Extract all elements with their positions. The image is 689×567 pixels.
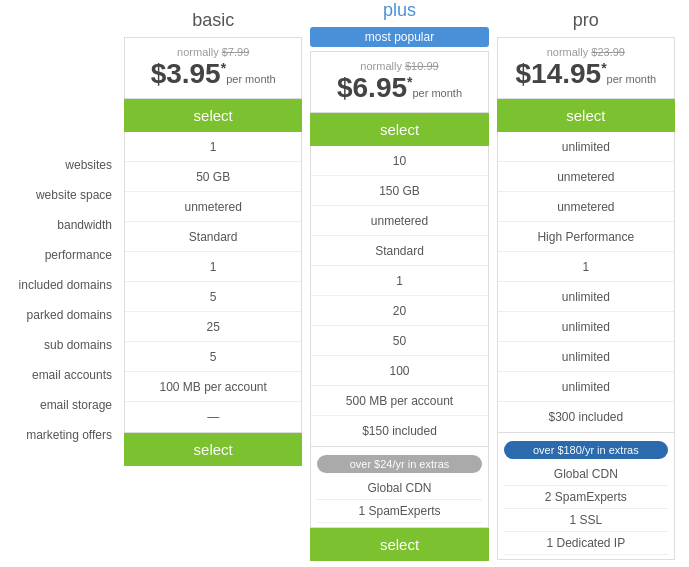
pro-original-price: $23.99	[591, 46, 625, 58]
pro-email-storage: unlimited	[498, 372, 674, 402]
pro-website-space: unmetered	[498, 162, 674, 192]
basic-email-storage: 100 MB per account	[125, 372, 301, 402]
basic-price: $3.95*	[151, 58, 227, 90]
label-column: websites website space bandwidth perform…	[10, 10, 120, 450]
plus-price: $6.95*	[337, 72, 413, 104]
plus-bandwidth: unmetered	[311, 206, 487, 236]
basic-plan-title: basic	[192, 10, 234, 31]
basic-included-domains: 1	[125, 252, 301, 282]
label-included-domains: included domains	[10, 270, 120, 300]
pro-extras-badge: over $180/yr in extras	[504, 441, 668, 459]
plus-included-domains: 1	[311, 266, 487, 296]
pro-websites: unlimited	[498, 132, 674, 162]
plus-parked-domains: 20	[311, 296, 487, 326]
pro-extra-cdn: Global CDN	[504, 463, 668, 486]
plus-email-storage: 500 MB per account	[311, 386, 487, 416]
plus-email-accounts: 100	[311, 356, 487, 386]
plus-extra-cdn: Global CDN	[317, 477, 481, 500]
pro-included-domains: 1	[498, 252, 674, 282]
most-popular-badge: most popular	[310, 27, 488, 47]
basic-performance: Standard	[125, 222, 301, 252]
basic-select-top-button[interactable]: select	[124, 99, 302, 132]
basic-price-box: normally $7.99 $3.95* per month	[124, 37, 302, 99]
plus-original-price: $10.99	[405, 60, 439, 72]
label-sub-domains: sub domains	[10, 330, 120, 360]
pro-select-top-button[interactable]: select	[497, 99, 675, 132]
pro-normally: normally $23.99	[508, 46, 664, 58]
pro-extra-spamexperts: 2 SpamExperts	[504, 486, 668, 509]
plus-extras-badge: over $24/yr in extras	[317, 455, 481, 473]
basic-original-price: $7.99	[222, 46, 250, 58]
pro-per-month: per month	[607, 73, 657, 85]
label-email-accounts: email accounts	[10, 360, 120, 390]
basic-websites: 1	[125, 132, 301, 162]
plus-sub-domains: 50	[311, 326, 487, 356]
plus-data-rows: 10 150 GB unmetered Standard 1 20 50 100…	[310, 146, 488, 447]
basic-parked-domains: 5	[125, 282, 301, 312]
pro-performance: High Performance	[498, 222, 674, 252]
basic-website-space: 50 GB	[125, 162, 301, 192]
plus-extra-spamexperts: 1 SpamExperts	[317, 500, 481, 523]
basic-email-accounts: 5	[125, 342, 301, 372]
plus-select-top-button[interactable]: select	[310, 113, 488, 146]
plus-normally: normally $10.99	[321, 60, 477, 72]
pro-email-accounts: unlimited	[498, 342, 674, 372]
label-websites: websites	[10, 150, 120, 180]
plus-marketing-offers: $150 included	[311, 416, 487, 446]
basic-marketing-offers: —	[125, 402, 301, 432]
pro-marketing-offers: $300 included	[498, 402, 674, 432]
plus-select-bottom-button[interactable]: select	[310, 528, 488, 561]
plus-website-space: 150 GB	[311, 176, 487, 206]
pro-price-box: normally $23.99 $14.95* per month	[497, 37, 675, 99]
basic-plan: basic normally $7.99 $3.95* per month se…	[124, 10, 302, 466]
plus-websites: 10	[311, 146, 487, 176]
pro-extra-ssl: 1 SSL	[504, 509, 668, 532]
pro-bandwidth: unmetered	[498, 192, 674, 222]
pro-sub-domains: unlimited	[498, 312, 674, 342]
basic-data-rows: 1 50 GB unmetered Standard 1 5 25 5 100 …	[124, 132, 302, 433]
pro-data-rows: unlimited unmetered unmetered High Perfo…	[497, 132, 675, 433]
plus-price-box: normally $10.99 $6.95* per month	[310, 51, 488, 113]
plus-plan: plus most popular normally $10.99 $6.95*…	[310, 0, 488, 561]
basic-sub-domains: 25	[125, 312, 301, 342]
label-email-storage: email storage	[10, 390, 120, 420]
label-marketing-offers: marketing offers	[10, 420, 120, 450]
pro-plan-title: pro	[573, 10, 599, 31]
label-performance: performance	[10, 240, 120, 270]
pro-extra-dedicated-ip: 1 Dedicated IP	[504, 532, 668, 555]
basic-bandwidth: unmetered	[125, 192, 301, 222]
label-website-space: website space	[10, 180, 120, 210]
plus-plan-title: plus	[383, 0, 416, 21]
label-parked-domains: parked domains	[10, 300, 120, 330]
basic-normally: normally $7.99	[135, 46, 291, 58]
pro-price: $14.95*	[516, 58, 607, 90]
basic-select-bottom-button[interactable]: select	[124, 433, 302, 466]
pro-plan: pro normally $23.99 $14.95* per month se…	[497, 10, 675, 560]
basic-per-month: per month	[226, 73, 276, 85]
plus-performance: Standard	[311, 236, 487, 266]
plus-per-month: per month	[412, 87, 462, 99]
pricing-table: websites website space bandwidth perform…	[0, 10, 689, 561]
pro-parked-domains: unlimited	[498, 282, 674, 312]
label-bandwidth: bandwidth	[10, 210, 120, 240]
